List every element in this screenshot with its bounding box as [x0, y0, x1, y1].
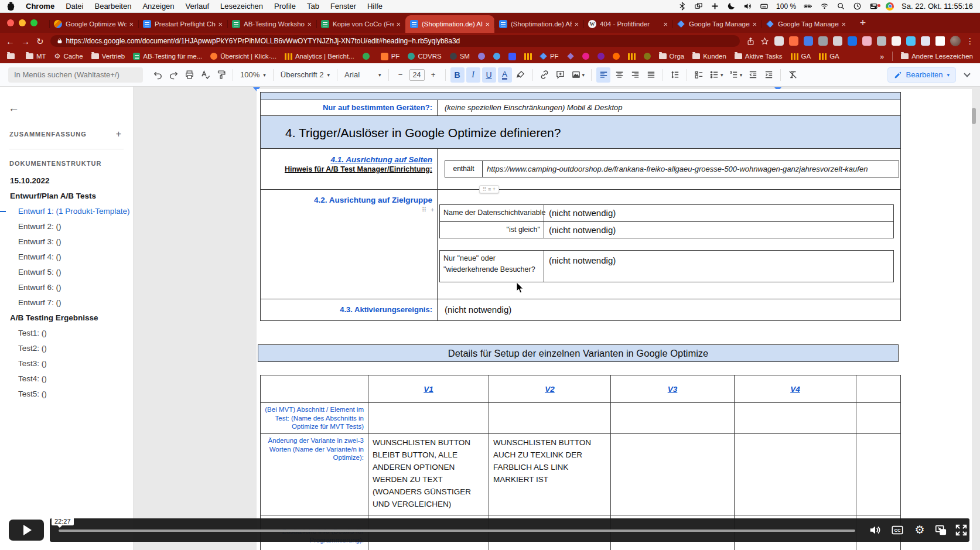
- bookmark-item[interactable]: [524, 53, 532, 60]
- search-icon[interactable]: [836, 2, 845, 11]
- extension-icon[interactable]: [906, 36, 916, 46]
- extension-icon[interactable]: [818, 36, 828, 46]
- extension-icon[interactable]: [848, 36, 857, 46]
- reload-button[interactable]: ↻: [36, 37, 44, 46]
- battery-icon[interactable]: [804, 2, 812, 11]
- insert-link-button[interactable]: [538, 67, 552, 83]
- equals-label[interactable]: "ist gleich": [440, 222, 544, 238]
- bookmark-item[interactable]: Orga: [659, 53, 685, 60]
- bookmark-item[interactable]: [478, 53, 485, 60]
- add-comment-button[interactable]: [554, 67, 568, 83]
- bookmark-item[interactable]: SM: [450, 53, 470, 60]
- miniplayer-icon[interactable]: [934, 524, 947, 537]
- editing-mode-button[interactable]: Bearbeiten ▾: [887, 67, 956, 83]
- tab-kopie-von-coco[interactable]: Kopie von CoCo (Free×: [316, 15, 405, 33]
- condition-operator[interactable]: enthält: [445, 161, 483, 177]
- visitor-type-value[interactable]: (nicht notwendig): [544, 251, 893, 282]
- fullscreen-icon[interactable]: [955, 524, 968, 537]
- outline-item[interactable]: 15.10.2022: [0, 173, 133, 189]
- tab-prestart-preflight[interactable]: Prestart Preflight Che×: [138, 15, 227, 33]
- variant-header-v2[interactable]: V2: [545, 385, 555, 394]
- align-right-button[interactable]: [628, 67, 642, 83]
- variant-header-v4[interactable]: V4: [790, 385, 800, 394]
- zoom-window-button[interactable]: [30, 19, 37, 26]
- bookmark-item[interactable]: [628, 53, 636, 60]
- wifi-icon[interactable]: [820, 2, 829, 11]
- menubar-item-bearbeiten[interactable]: Bearbeiten: [94, 2, 131, 11]
- tab-close-icon[interactable]: ×: [663, 20, 668, 29]
- close-window-button[interactable]: [7, 19, 14, 26]
- align-center-button[interactable]: [612, 67, 626, 83]
- profile-avatar[interactable]: [950, 36, 961, 46]
- visitor-type-label[interactable]: Nur "neue" oder "wiederkehrende Besucher…: [440, 251, 544, 282]
- print-button[interactable]: [182, 67, 196, 83]
- menubar-app-name[interactable]: Chrome: [26, 2, 54, 11]
- section-41-subheading[interactable]: Hinweis für A/B Test Manager/Einrichtung…: [261, 165, 432, 173]
- section-43-value[interactable]: (nicht notwendig): [438, 299, 900, 320]
- font-size-input[interactable]: 24: [409, 69, 425, 81]
- section-41-heading[interactable]: 4.1. Ausrichtung auf Seiten: [261, 155, 432, 164]
- menubar-item-verlauf[interactable]: Verlauf: [186, 2, 209, 11]
- outline-item[interactable]: Entwurf 3: (): [0, 234, 133, 250]
- tab-shoptimation-active[interactable]: (Shoptimation.de) All×: [405, 15, 494, 33]
- bookmark-item[interactable]: AB-Testing für me...: [133, 53, 202, 60]
- zoom-select[interactable]: 100%▾: [238, 67, 268, 83]
- progress-bar[interactable]: [59, 529, 855, 532]
- bookmark-item[interactable]: MT: [26, 53, 46, 60]
- paint-format-button[interactable]: [214, 67, 228, 83]
- outline-item[interactable]: Test4: (): [0, 371, 133, 387]
- variant-header-v3[interactable]: V3: [668, 385, 678, 394]
- address-bar[interactable]: https://docs.google.com/document/d/1HJAp…: [50, 35, 740, 47]
- bookmark-item[interactable]: [7, 53, 18, 59]
- bookmark-item[interactable]: GA: [791, 53, 811, 60]
- captions-icon[interactable]: CC: [891, 524, 904, 537]
- bookmark-item[interactable]: Kunden: [692, 53, 726, 60]
- play-button[interactable]: [9, 520, 44, 541]
- increase-indent-button[interactable]: [762, 67, 776, 83]
- table-floating-toolbar[interactable]: ⠿ ≡ +: [479, 185, 499, 193]
- menubar-item-profile[interactable]: Profile: [274, 2, 296, 11]
- bookmark-item[interactable]: [582, 53, 589, 60]
- font-size-increase-button[interactable]: +: [426, 67, 441, 83]
- extension-icon[interactable]: [804, 36, 813, 46]
- tab-shoptimation-2[interactable]: (Shoptimation.de) AB×: [494, 15, 583, 33]
- plus-icon[interactable]: [711, 2, 719, 11]
- font-size-decrease-button[interactable]: −: [394, 67, 408, 83]
- extension-icon[interactable]: [877, 36, 886, 46]
- details-banner-heading[interactable]: Details für Setup der einzelnen Variante…: [258, 344, 899, 362]
- tab-close-icon[interactable]: ×: [841, 20, 846, 29]
- tab-close-icon[interactable]: ×: [485, 20, 490, 29]
- outline-item-active[interactable]: Entwurf 1: (1 Produkt-Template): [0, 204, 133, 219]
- outline-item[interactable]: A/B Testing Ergebnisse: [0, 310, 133, 326]
- other-bookmarks-button[interactable]: Andere Lesezeichen: [901, 53, 973, 60]
- menubar-item-datei[interactable]: Datei: [66, 2, 83, 11]
- chrome-icon[interactable]: [886, 2, 894, 11]
- v1-change-text[interactable]: WUNSCHLISTEN BUTTON BLEIBT BUTTON, ALLE …: [368, 434, 489, 515]
- volume-icon[interactable]: [869, 524, 882, 537]
- bookmark-item[interactable]: Übersicht | Klick-...: [210, 53, 276, 60]
- menubar-clock[interactable]: Sa. 22. Okt. 11:55:16: [902, 2, 973, 11]
- bookmark-item[interactable]: [567, 53, 574, 60]
- spellcheck-button[interactable]: [198, 67, 212, 83]
- extension-icon[interactable]: [892, 36, 901, 46]
- back-button[interactable]: ←: [6, 37, 15, 46]
- devices-value[interactable]: (keine speziellen Einschränkungen) Mobil…: [438, 100, 900, 115]
- variant-header-v1[interactable]: V1: [424, 385, 433, 394]
- undo-button[interactable]: [151, 67, 165, 83]
- tab-close-icon[interactable]: ×: [307, 20, 312, 29]
- font-select[interactable]: Arial▾: [342, 67, 384, 83]
- checklist-button[interactable]: [692, 67, 706, 83]
- v2-change-text[interactable]: WUNSCHLISTEN BUTTON AUCH ZU TEXLINK DER …: [489, 434, 610, 515]
- bold-button[interactable]: B: [450, 67, 465, 83]
- bookmark-item[interactable]: [613, 53, 620, 60]
- bookmark-item[interactable]: [508, 53, 516, 60]
- outline-item[interactable]: Entwurf 7: (): [0, 295, 133, 310]
- document-page[interactable]: Nur auf bestimmten Geräten?: (keine spez…: [257, 89, 972, 550]
- bookmark-item[interactable]: Cache: [54, 52, 83, 60]
- new-tab-button[interactable]: +: [855, 15, 870, 30]
- equals-value[interactable]: (nicht notwendig): [544, 222, 893, 238]
- insert-image-button[interactable]: ▾: [569, 67, 587, 83]
- bookmark-item[interactable]: PF: [540, 53, 559, 60]
- hide-menus-chevron-icon[interactable]: [964, 70, 970, 77]
- menubar-item-anzeigen[interactable]: Anzeigen: [142, 2, 174, 11]
